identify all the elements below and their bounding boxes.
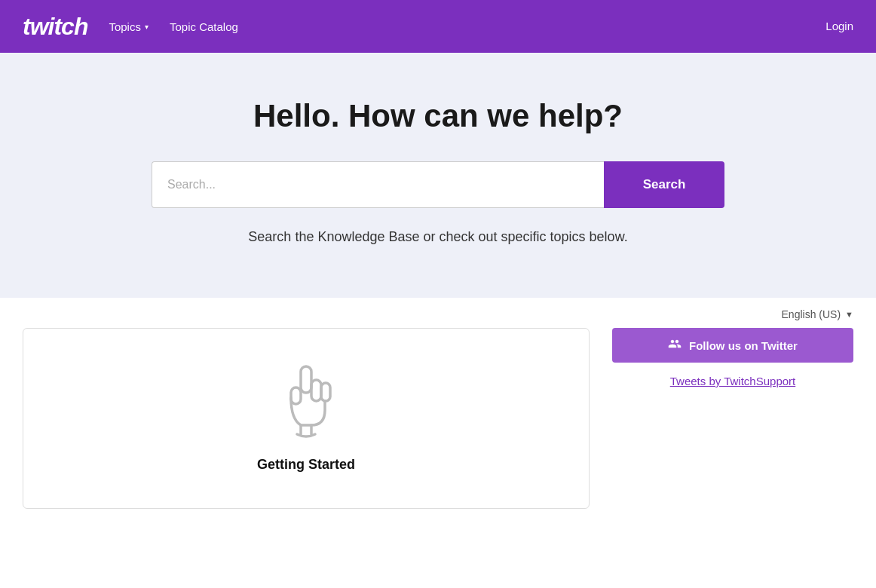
hero-subtitle: Search the Knowledge Base or check out s…: [15, 229, 861, 245]
topics-nav-item[interactable]: Topics ▾: [109, 20, 149, 33]
main-columns: Getting Started Follow us on Twitter Twe…: [23, 328, 853, 509]
hero-section: Hello. How can we help? Search Search th…: [0, 53, 876, 298]
svg-rect-3: [291, 387, 301, 404]
language-row: English (US) ▼: [23, 298, 853, 328]
content-area: English (US) ▼: [0, 298, 876, 588]
twitter-follow-label: Follow us on Twitter: [689, 339, 798, 352]
search-button[interactable]: Search: [604, 161, 724, 208]
language-label[interactable]: English (US): [782, 308, 841, 320]
getting-started-card[interactable]: Getting Started: [23, 328, 590, 509]
catalog-nav-item[interactable]: Topic Catalog: [170, 20, 238, 33]
hero-title: Hello. How can we help?: [15, 98, 861, 134]
svg-rect-2: [321, 383, 330, 401]
getting-started-icon: [272, 359, 340, 442]
logo[interactable]: twitch: [23, 13, 87, 41]
navbar-left: twitch Topics ▾ Topic Catalog: [23, 13, 238, 41]
search-input[interactable]: [152, 161, 604, 208]
catalog-label: Topic Catalog: [170, 20, 238, 33]
search-bar: Search: [152, 161, 724, 208]
svg-rect-1: [311, 380, 321, 401]
right-sidebar: Follow us on Twitter Tweets by TwitchSup…: [612, 328, 853, 387]
tweets-by-link[interactable]: Tweets by TwitchSupport: [612, 375, 853, 387]
login-button[interactable]: Login: [825, 20, 853, 33]
topics-chevron-icon: ▾: [145, 23, 149, 31]
navbar: twitch Topics ▾ Topic Catalog Login: [0, 0, 876, 53]
svg-rect-0: [301, 366, 311, 393]
topics-label: Topics: [109, 20, 141, 33]
getting-started-title: Getting Started: [257, 457, 355, 473]
language-chevron-icon: ▼: [845, 310, 853, 319]
twitter-icon: [668, 337, 682, 354]
twitter-follow-button[interactable]: Follow us on Twitter: [612, 328, 853, 363]
